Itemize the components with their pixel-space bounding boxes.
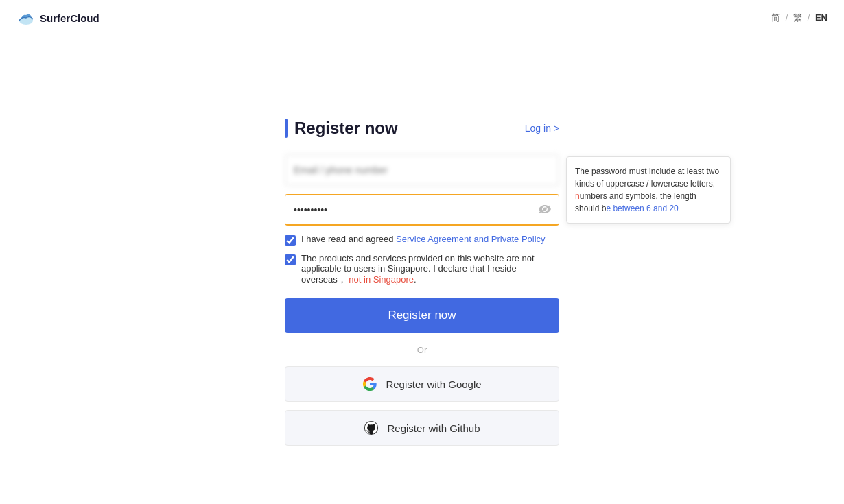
header: SurferCloud 简 / 繁 / EN — [0, 0, 844, 36]
github-icon — [364, 420, 379, 435]
form-title: Register now — [285, 119, 398, 138]
password-input[interactable] — [285, 194, 559, 226]
email-input[interactable] — [285, 154, 559, 186]
tooltip-highlight-red: n — [575, 191, 580, 201]
logo-icon — [16, 8, 36, 27]
form-title-row: Register now Log in > — [285, 119, 559, 138]
google-button-label: Register with Google — [386, 379, 481, 390]
register-google-button[interactable]: Register with Google — [285, 366, 559, 402]
or-divider: Or — [285, 345, 559, 355]
logo: SurferCloud — [16, 8, 99, 27]
service-agreement-link[interactable]: Service Agreement and Private Policy — [396, 234, 546, 244]
divider-line-left — [285, 350, 410, 350]
checkbox-agreement-label: I have read and agreed Service Agreement… — [301, 234, 546, 244]
checkbox-singapore-text-before: The products and services provided on th… — [301, 253, 535, 285]
or-text: Or — [417, 345, 427, 355]
divider-line-right — [434, 350, 559, 350]
checkbox-agreement[interactable] — [285, 235, 296, 246]
lang-sep-2: / — [808, 12, 812, 23]
checkbox-agreement-row: I have read and agreed Service Agreement… — [285, 234, 559, 246]
checkbox-singapore-period: . — [414, 274, 417, 285]
password-wrapper — [285, 194, 559, 226]
checkbox-singapore-label: The products and services provided on th… — [301, 253, 559, 286]
lang-sep-1: / — [786, 12, 790, 23]
password-tooltip: The password must include at least two k… — [566, 156, 731, 224]
tooltip-highlight-blue: e between 6 and 20 — [606, 204, 678, 213]
tooltip-text: The password must include at least two k… — [575, 167, 719, 213]
not-in-singapore-link[interactable]: not in Singapore — [347, 274, 414, 285]
github-button-label: Register with Github — [387, 422, 480, 434]
form-title-text: Register now — [294, 119, 398, 138]
register-button[interactable]: Register now — [285, 298, 559, 333]
lang-simplified[interactable]: 简 — [771, 12, 780, 23]
main-content: Register now Log in > The password must … — [0, 36, 844, 454]
title-accent-bar — [285, 119, 288, 138]
logo-text: SurferCloud — [40, 12, 99, 24]
checkbox-singapore[interactable] — [285, 254, 296, 265]
lang-english[interactable]: EN — [815, 12, 828, 23]
register-form-container: Register now Log in > The password must … — [285, 119, 559, 454]
toggle-password-icon[interactable] — [539, 204, 551, 216]
lang-traditional[interactable]: 繁 — [793, 12, 802, 23]
lang-switcher: 简 / 繁 / EN — [771, 12, 828, 24]
google-icon — [362, 376, 377, 392]
login-link[interactable]: Log in > — [525, 123, 559, 134]
register-github-button[interactable]: Register with Github — [285, 410, 559, 446]
checkbox-singapore-row: The products and services provided on th… — [285, 253, 559, 286]
